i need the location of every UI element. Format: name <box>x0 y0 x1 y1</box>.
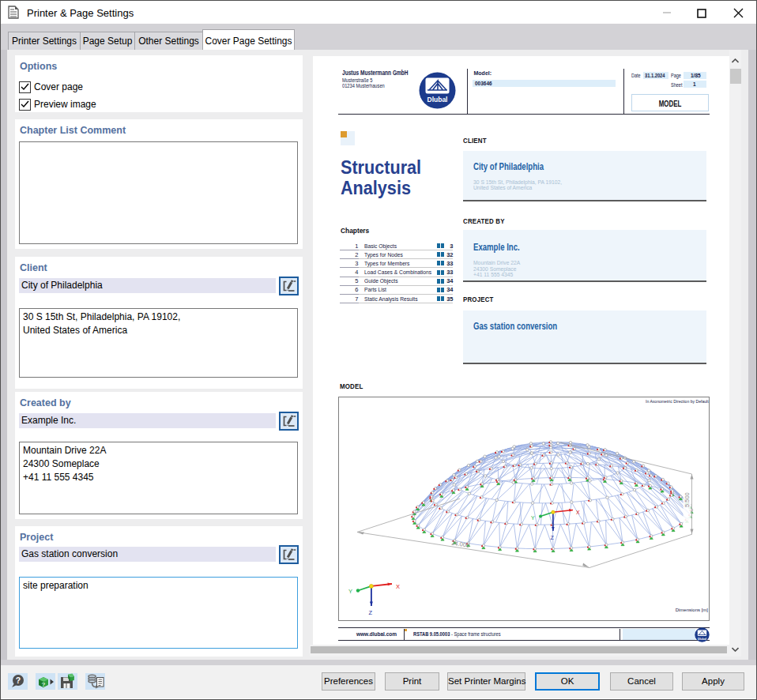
svg-text:Z: Z <box>369 609 373 616</box>
svg-text:?: ? <box>42 681 46 688</box>
svg-text:?: ? <box>16 676 21 685</box>
svg-text:Dlubal: Dlubal <box>427 96 448 103</box>
svg-text:Y: Y <box>348 588 352 595</box>
svg-text:X: X <box>576 510 580 515</box>
svg-text:5.500: 5.500 <box>684 492 691 507</box>
svg-text:X: X <box>396 583 400 590</box>
svg-text:Y: Y <box>531 515 535 521</box>
svg-text:Z: Z <box>551 535 555 540</box>
svg-text:Dlubal: Dlubal <box>698 638 706 641</box>
